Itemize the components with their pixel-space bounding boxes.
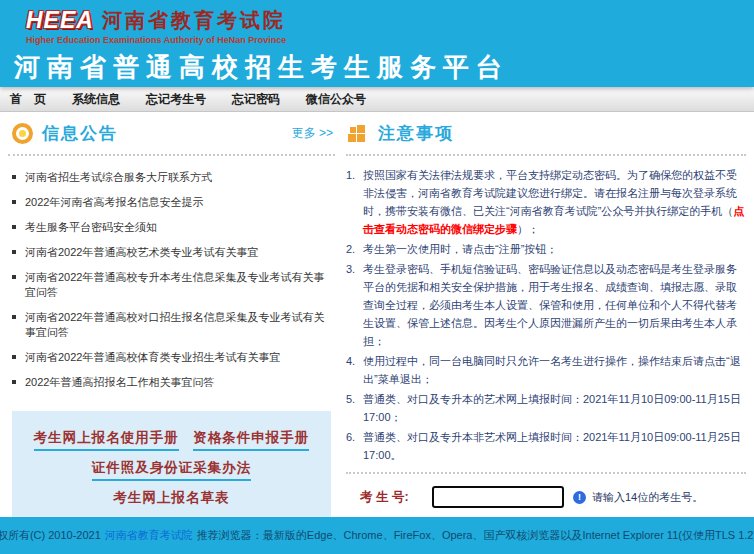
copyright-text: 版权所有(C) 2010-2021 (0, 528, 101, 543)
note-text: 普通类、对口及专升本非艺术网上填报时间：2021年11月10日09:00-11月… (363, 431, 741, 461)
note-text: 考生登录密码、手机短信验证码、密码验证信息以及动态密码是考生登录服务平台的凭据和… (363, 263, 737, 347)
note-item: 6.普通类、对口及专升本非艺术网上填报时间：2021年11月10日09:00-1… (346, 428, 746, 464)
footer-org-link[interactable]: 河南省教育考试院 (105, 528, 193, 543)
notices-header: 信息公告 更多 >> (8, 120, 335, 156)
note-number: 5. (346, 390, 355, 408)
handbook-links-box: 考生网上报名使用手册 资格条件申报手册 证件照及身份证采集办法 考生网上报名草表 (12, 411, 331, 524)
bullseye-icon (16, 127, 29, 140)
note-item: 4.使用过程中，同一台电脑同时只允许一名考生进行操作，操作结束后请点击“退出”菜… (346, 352, 746, 388)
browser-recommendation-text: 推荐浏览器：最新版的Edge、Chrome、FireFox、Opera、国产双核… (197, 528, 754, 543)
note-number: 3. (346, 260, 355, 278)
note-item: 1.按照国家有关法律法规要求，平台支持绑定动态密码。为了确保您的权益不受非法侵害… (346, 166, 746, 238)
notice-item[interactable]: 河南省2022年普通高校专升本考生信息采集及专业考试有关事宜问答 (8, 265, 335, 305)
notice-item[interactable]: 2022年普通高招报名工作相关事宜问答 (8, 370, 335, 395)
nav-item-wechat-account[interactable]: 微信公众号 (306, 91, 366, 108)
nav-item-forgot-candidate-id[interactable]: 忘记考生号 (146, 91, 206, 108)
info-icon (573, 491, 586, 504)
notes-title: 注意事项 (378, 122, 454, 145)
grid-squares-icon (348, 125, 365, 142)
footer: 版权所有(C) 2010-2021 河南省教育考试院 推荐浏览器：最新版的Edg… (0, 517, 754, 554)
note-number: 6. (346, 428, 355, 446)
main-nav: 首 页 系统信息 忘记考生号 忘记密码 微信公众号 (0, 87, 754, 112)
notice-item[interactable]: 考生服务平台密码安全须知 (8, 215, 335, 240)
note-text: 普通类、对口及专升本的艺术网上填报时间：2021年11月10日09:00-11月… (363, 393, 741, 423)
note-text: 使用过程中，同一台电脑同时只允许一名考生进行操作，操作结束后请点击“退出”菜单退… (363, 355, 741, 385)
notice-list: 河南省招生考试综合服务大厅联系方式 2022年河南省高考报名信息安全提示 考生服… (8, 165, 335, 395)
notices-panel: 信息公告 更多 >> 河南省招生考试综合服务大厅联系方式 2022年河南省高考报… (8, 120, 335, 524)
notice-item[interactable]: 河南省招生考试综合服务大厅联系方式 (8, 165, 335, 190)
note-item: 3.考生登录密码、手机短信验证码、密码验证信息以及动态密码是考生登录服务平台的凭… (346, 260, 746, 350)
link-photo-id-collection[interactable]: 证件照及身份证采集办法 (92, 459, 252, 481)
header-banner: HEEA 河南省教育考试院 Higher Education Examinati… (0, 0, 754, 87)
candidate-id-label: 考 生 号: (360, 489, 426, 506)
note-item: 2.考生第一次使用时，请点击“注册”按钮； (346, 240, 746, 258)
notices-title: 信息公告 (42, 122, 118, 145)
note-text: 考生第一次使用时，请点击“注册”按钮； (363, 243, 557, 255)
site-title: 河南省普通高校招生考生服务平台 (14, 50, 744, 85)
candidate-id-input[interactable] (432, 486, 564, 508)
nav-item-home[interactable]: 首 页 (10, 91, 46, 108)
org-name-english: Higher Education Examinations Authority … (26, 35, 744, 45)
nav-item-system-info[interactable]: 系统信息 (72, 91, 120, 108)
notice-item[interactable]: 2022年河南省高考报名信息安全提示 (8, 190, 335, 215)
notes-header: 注意事项 (346, 120, 746, 156)
nav-item-forgot-password[interactable]: 忘记密码 (232, 91, 280, 108)
note-number: 1. (346, 166, 355, 184)
link-qualification-manual[interactable]: 资格条件申报手册 (193, 429, 309, 451)
heea-logo-icon: HEEA (26, 7, 94, 34)
link-registration-manual[interactable]: 考生网上报名使用手册 (34, 429, 179, 451)
notes-list: 1.按照国家有关法律法规要求，平台支持绑定动态密码。为了确保您的权益不受非法侵害… (346, 166, 746, 474)
note-number: 4. (346, 352, 355, 370)
notice-item[interactable]: 河南省2022年普通高校体育类专业招生考试有关事宜 (8, 345, 335, 370)
note-text: ）； (517, 223, 539, 235)
candidate-id-hint: 请输入14位的考生号。 (592, 490, 703, 505)
note-item: 5.普通类、对口及专升本的艺术网上填报时间：2021年11月10日09:00-1… (346, 390, 746, 426)
main-content: 信息公告 更多 >> 河南省招生考试综合服务大厅联系方式 2022年河南省高考报… (0, 112, 754, 517)
more-link[interactable]: 更多 >> (292, 125, 333, 142)
note-number: 2. (346, 240, 355, 258)
org-name: 河南省教育考试院 (102, 7, 286, 34)
candidate-id-row: 考 生 号: 请输入14位的考生号。 (346, 486, 746, 508)
notice-item[interactable]: 河南省2022年普通高校艺术类专业考试有关事宜 (8, 240, 335, 265)
note-text: 按照国家有关法律法规要求，平台支持绑定动态密码。为了确保您的权益不受非法侵害，河… (363, 169, 737, 217)
link-draft-form[interactable]: 考生网上报名草表 (114, 489, 230, 509)
notice-item[interactable]: 河南省2022年普通高校对口招生报名信息采集及专业考试有关事宜问答 (8, 305, 335, 345)
notes-panel: 注意事项 1.按照国家有关法律法规要求，平台支持绑定动态密码。为了确保您的权益不… (346, 120, 746, 554)
